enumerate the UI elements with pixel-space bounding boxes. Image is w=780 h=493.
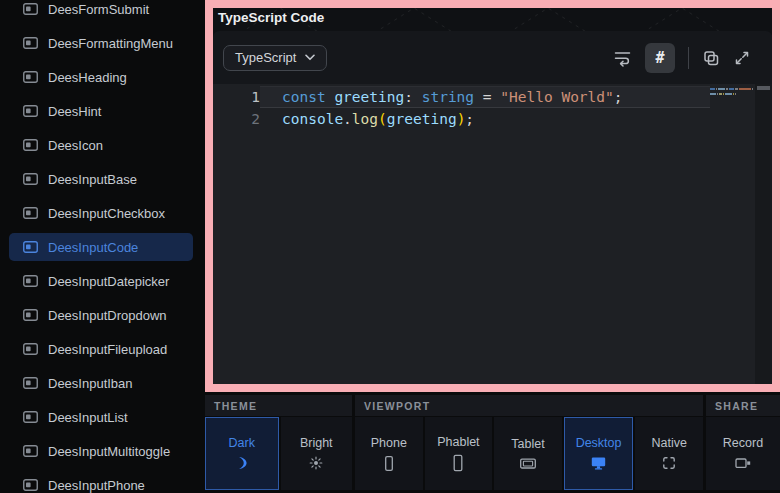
- sidebar-item-deesinputmultitoggle[interactable]: DeesInputMultitoggle: [0, 434, 200, 468]
- sidebar-item-label: DeesInputDatepicker: [48, 274, 169, 289]
- theme-section-label: THEME: [205, 395, 352, 416]
- sidebar-item-label: DeesInputCode: [48, 240, 138, 255]
- component-icon: [23, 241, 38, 253]
- sidebar-item-label: DeesInputBase: [48, 172, 137, 187]
- line-number: 2: [213, 108, 260, 130]
- sidebar-item-deesinputiban[interactable]: DeesInputIban: [0, 366, 200, 400]
- toolbar-divider: [688, 47, 689, 69]
- phablet-icon: [450, 454, 466, 472]
- editor-toolbar: TypeScript #: [213, 31, 772, 84]
- desktop-icon: [590, 455, 607, 471]
- native-icon: [661, 455, 677, 471]
- native-button[interactable]: Native: [635, 417, 703, 490]
- component-icon: [23, 479, 38, 491]
- component-icon: [23, 37, 38, 49]
- viewport-section-label: VIEWPORT: [355, 395, 703, 416]
- fullscreen-icon[interactable]: [733, 49, 751, 67]
- sidebar-item-deesinputcheckbox[interactable]: DeesInputCheckbox: [0, 196, 200, 230]
- record-icon: [734, 455, 752, 471]
- share-button-group: Record: [706, 417, 780, 490]
- minimap-slider[interactable]: [757, 86, 770, 90]
- code-line-1: 1const greeting: string = "Hello World";: [213, 86, 772, 108]
- sidebar-item-deesheading[interactable]: DeesHeading: [0, 60, 200, 94]
- component-icon: [23, 105, 38, 117]
- app-root: { "sidebar": { "items": [ {"label":"Dees…: [0, 0, 780, 493]
- minimap-line: [710, 88, 756, 90]
- button-label: Native: [651, 436, 686, 450]
- bright-button[interactable]: Bright: [281, 417, 353, 490]
- button-label: Record: [723, 436, 763, 450]
- component-icon: [23, 411, 38, 423]
- sidebar-item-label: DeesInputMultitoggle: [48, 444, 170, 459]
- sidebar-item-deesicon[interactable]: DeesIcon: [0, 128, 200, 162]
- sidebar-item-deesinputcode[interactable]: DeesInputCode: [0, 230, 200, 264]
- sidebar-item-label: DeesFormattingMenu: [48, 36, 173, 51]
- sidebar-item-deesformsubmit[interactable]: DeesFormSubmit: [0, 0, 200, 26]
- dark-button[interactable]: Dark: [205, 417, 279, 490]
- desktop-button[interactable]: Desktop: [564, 417, 634, 490]
- word-wrap-icon[interactable]: [613, 48, 632, 67]
- sidebar-item-deesinputdatepicker[interactable]: DeesInputDatepicker: [0, 264, 200, 298]
- code-line-2: 2console.log(greeting);: [213, 108, 772, 130]
- sidebar-item-deeshint[interactable]: DeesHint: [0, 94, 200, 128]
- component-icon: [23, 71, 38, 83]
- sidebar-item-label: DeesInputList: [48, 410, 128, 425]
- component-icon: [23, 343, 38, 355]
- component-icon: [23, 3, 38, 15]
- component-icon: [23, 445, 38, 457]
- sidebar-item-label: DeesInputPhone: [48, 478, 145, 493]
- component-icon: [23, 173, 38, 185]
- copy-icon[interactable]: [702, 49, 720, 67]
- sidebar-item-deesformattingmenu[interactable]: DeesFormattingMenu: [0, 26, 200, 60]
- sidebar-item-label: DeesIcon: [48, 138, 103, 153]
- phone-button[interactable]: Phone: [355, 417, 423, 490]
- button-label: Phone: [371, 436, 407, 450]
- tablet-button[interactable]: Tablet: [494, 417, 562, 490]
- toolbar-actions: #: [613, 43, 751, 73]
- minimap-line: [710, 93, 756, 95]
- share-section-label: SHARE: [706, 395, 780, 416]
- button-label: Phablet: [437, 435, 479, 449]
- preview-frame: TypeScript Code TypeScript #: [205, 0, 780, 392]
- sidebar-item-deesinputphone[interactable]: DeesInputPhone: [0, 468, 200, 493]
- line-numbers-toggle-icon[interactable]: #: [645, 43, 675, 73]
- component-icon: [23, 275, 38, 287]
- phablet-button[interactable]: Phablet: [425, 417, 493, 490]
- component-sidebar: DeesFormSubmitDeesFormattingMenuDeesHead…: [0, 0, 200, 493]
- component-icon: [23, 377, 38, 389]
- sidebar-item-label: DeesInputFileupload: [48, 342, 167, 357]
- minimap[interactable]: [710, 88, 756, 98]
- tablet-icon: [519, 456, 537, 471]
- dock-header: THEME VIEWPORT SHARE: [205, 395, 780, 416]
- button-label: Dark: [229, 436, 255, 450]
- theme-button-group: DarkBright: [205, 417, 352, 490]
- sidebar-item-deesinputfileupload[interactable]: DeesInputFileupload: [0, 332, 200, 366]
- sidebar-item-label: DeesInputIban: [48, 376, 133, 391]
- story-stage: TypeScript Code TypeScript #: [213, 8, 772, 384]
- code-editor-panel: TypeScript #: [213, 31, 772, 384]
- code-input-area[interactable]: 1const greeting: string = "Hello World";…: [213, 84, 772, 384]
- code-text: console.log(greeting);: [260, 108, 474, 130]
- sidebar-item-label: DeesHint: [48, 104, 101, 119]
- sidebar-item-label: DeesFormSubmit: [48, 2, 149, 17]
- line-number: 1: [213, 86, 260, 108]
- button-label: Tablet: [511, 437, 544, 451]
- component-icon: [23, 207, 38, 219]
- sidebar-item-deesinputlist[interactable]: DeesInputList: [0, 400, 200, 434]
- moon-icon: [234, 455, 249, 471]
- dock-buttons: DarkBright PhonePhabletTabletDesktopNati…: [205, 417, 780, 490]
- story-title: TypeScript Code: [218, 10, 324, 25]
- viewport-button-group: PhonePhabletTabletDesktopNative: [355, 417, 703, 490]
- language-dropdown[interactable]: TypeScript: [223, 45, 327, 71]
- sidebar-item-deesinputbase[interactable]: DeesInputBase: [0, 162, 200, 196]
- button-label: Desktop: [576, 436, 622, 450]
- sidebar-item-label: DeesHeading: [48, 70, 127, 85]
- phone-icon: [381, 455, 397, 472]
- component-icon: [23, 139, 38, 151]
- sidebar-item-deesinputdropdown[interactable]: DeesInputDropdown: [0, 298, 200, 332]
- button-label: Bright: [300, 436, 333, 450]
- chevron-down-icon: [305, 54, 315, 61]
- code-lines: 1const greeting: string = "Hello World";…: [213, 86, 772, 130]
- record-button[interactable]: Record: [706, 417, 780, 490]
- component-icon: [23, 309, 38, 321]
